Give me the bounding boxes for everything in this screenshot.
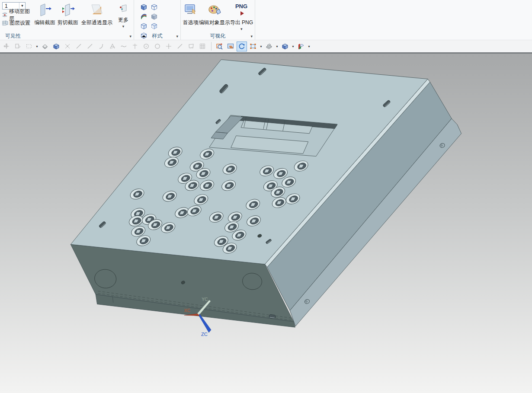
visibility-dialog-launcher-icon[interactable]: ▾ <box>129 33 131 40</box>
clip-section-button[interactable]: 剪切截面 <box>56 1 79 26</box>
shaded-with-edges-style-button[interactable] <box>140 2 151 12</box>
studio-curve-icon[interactable] <box>119 42 129 51</box>
section-display-icon-caret[interactable]: ▾ <box>275 45 279 48</box>
viewport-3d-model: XCYCZC <box>0 54 532 393</box>
visibility-group-caption: 可见性 ▾ <box>0 33 134 39</box>
circle-center-icon[interactable] <box>141 42 151 51</box>
line-icon[interactable] <box>74 42 84 51</box>
wcs-axis-label: XC <box>184 308 191 313</box>
drag-component-icon[interactable] <box>13 42 23 51</box>
export-png-caret-icon[interactable]: ▾ <box>230 27 253 31</box>
edit-object-display-label: 编辑对象显示 <box>199 19 230 26</box>
graphics-window[interactable]: XCYCZC <box>0 54 532 393</box>
edit-section-label: 编辑截面 <box>33 19 56 26</box>
ribbon-group-visibility: 1 ▼ 移动至图层 图层设置 <box>0 0 134 40</box>
edit-object-display-icon <box>199 2 230 18</box>
rotate-view-icon[interactable] <box>237 42 247 51</box>
ribbon-group-visualization: 首选项 编辑对象显示 P <box>181 0 255 40</box>
render-style-icon[interactable] <box>296 42 306 51</box>
wcs-axis-label: ZC <box>201 332 208 337</box>
surface-patch-icon[interactable] <box>186 42 196 51</box>
studio-style-button[interactable] <box>140 21 151 31</box>
ribbon-group-style: 样式 ▾ <box>134 0 181 40</box>
shaded-view-icon-caret[interactable]: ▾ <box>291 45 295 48</box>
circle-icon[interactable] <box>152 42 163 51</box>
fillet-curve-icon[interactable] <box>96 42 106 51</box>
more-label: 更多 <box>115 16 132 24</box>
view-toolbar: ▾▾▾▾▾ <box>0 40 532 52</box>
selection-rectangle-icon-caret[interactable]: ▾ <box>35 45 39 48</box>
clip-section-label: 剪切截面 <box>56 19 79 26</box>
style-dialog-launcher-icon[interactable]: ▾ <box>176 33 178 40</box>
eraser-icon[interactable] <box>40 42 50 51</box>
preferences-label: 首选项 <box>183 19 199 26</box>
solid-box-icon[interactable] <box>51 42 61 51</box>
edit-object-display-button[interactable]: 编辑对象显示 <box>199 1 230 26</box>
zoom-region-icon[interactable] <box>214 42 224 51</box>
shaded-view-icon[interactable] <box>280 42 290 51</box>
show-through-all-icon <box>79 2 115 18</box>
style-group-caption: 样式 ▾ <box>134 33 180 39</box>
layer-settings-label: 图层设置 <box>10 19 30 27</box>
scatter-points-icon[interactable] <box>62 42 73 51</box>
wireframe-style-button[interactable] <box>151 2 161 12</box>
export-png-button[interactable]: PNG 导出 PNG ▾ <box>230 1 253 31</box>
pan-icon[interactable] <box>225 42 236 51</box>
render-style-icon-caret[interactable]: ▾ <box>307 45 311 48</box>
more-caret-icon[interactable]: ▾ <box>115 25 132 28</box>
ribbon: 1 ▼ 移动至图层 图层设置 <box>0 0 532 40</box>
face-analysis-style-button[interactable] <box>140 12 151 21</box>
layer-settings-button[interactable]: 图层设置 <box>2 19 33 27</box>
edit-section-icon <box>33 2 56 18</box>
line3-icon[interactable] <box>175 42 185 51</box>
wcs-axis-label: YC <box>202 297 208 302</box>
move-to-layer-button[interactable]: 移动至图层 <box>2 11 33 19</box>
visualization-group-caption: 可视化 ▾ <box>181 33 255 39</box>
fit-view-icon-caret[interactable]: ▾ <box>259 45 263 48</box>
svg-text:PNG: PNG <box>235 3 247 10</box>
edit-section-button[interactable]: 编辑截面 <box>33 1 56 26</box>
visualization-dialog-launcher-icon[interactable]: ▾ <box>250 33 253 40</box>
shaded-style-button[interactable] <box>151 12 161 21</box>
layer-settings-icon <box>2 20 8 26</box>
preferences-button[interactable]: 首选项 <box>183 1 199 26</box>
point-icon[interactable] <box>163 42 174 51</box>
move-object-icon[interactable] <box>1 42 12 51</box>
fit-view-icon[interactable] <box>248 42 258 51</box>
axis-icon[interactable] <box>130 42 140 51</box>
toolbar-separator <box>211 42 212 51</box>
grid-icon[interactable] <box>197 42 208 51</box>
preferences-icon <box>183 2 199 18</box>
more-button[interactable]: 更多 ▾ <box>115 1 132 28</box>
show-through-all-label: 全部通透显示 <box>79 19 115 26</box>
export-png-icon: PNG <box>230 2 253 18</box>
show-through-all-button[interactable]: 全部通透显示 <box>79 1 115 26</box>
export-png-label: 导出 PNG <box>230 19 253 26</box>
ribbon-spacer <box>255 0 532 40</box>
hidden-edges-style-button[interactable] <box>151 21 161 31</box>
more-icon <box>115 2 132 15</box>
line2-icon[interactable] <box>85 42 95 51</box>
move-to-layer-icon <box>2 12 8 18</box>
spline-icon[interactable] <box>107 42 118 51</box>
selection-rectangle-icon[interactable] <box>24 42 34 51</box>
section-display-icon[interactable] <box>264 42 274 51</box>
clip-section-icon <box>56 2 79 18</box>
